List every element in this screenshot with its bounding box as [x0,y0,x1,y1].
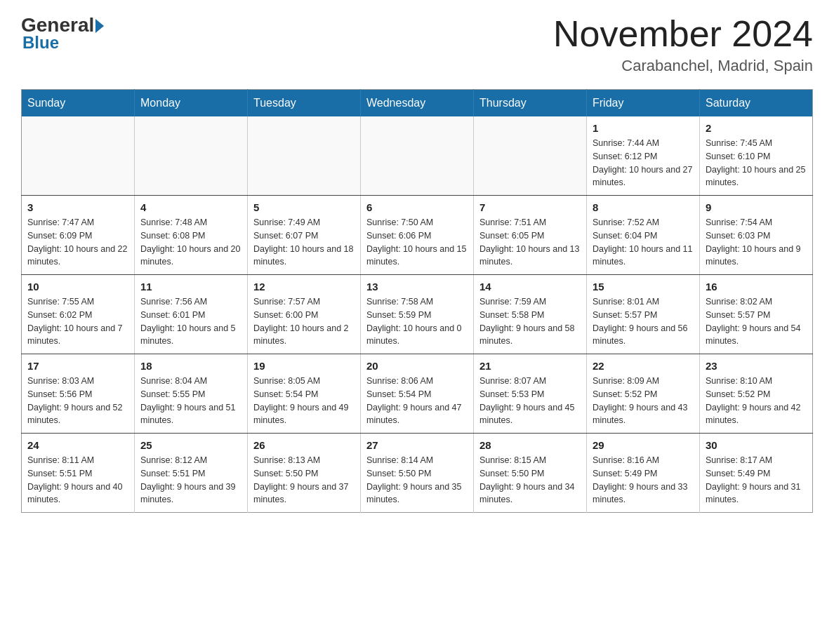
day-number: 12 [253,281,355,293]
day-info: Sunrise: 7:56 AMSunset: 6:01 PMDaylight:… [140,295,241,348]
weekday-header-row: SundayMondayTuesdayWednesdayThursdayFrid… [22,90,813,117]
calendar-day-cell: 5Sunrise: 7:49 AMSunset: 6:07 PMDaylight… [248,196,361,275]
calendar-week-row: 3Sunrise: 7:47 AMSunset: 6:09 PMDaylight… [22,196,813,275]
day-info: Sunrise: 7:57 AMSunset: 6:00 PMDaylight:… [253,295,355,348]
calendar-day-cell: 21Sunrise: 8:07 AMSunset: 5:53 PMDayligh… [474,354,587,434]
weekday-header-monday: Monday [135,90,248,117]
day-number: 11 [140,281,241,293]
calendar-day-cell [474,116,587,196]
day-number: 7 [479,201,581,213]
day-info: Sunrise: 8:03 AMSunset: 5:56 PMDaylight:… [27,375,128,427]
day-number: 17 [27,360,128,372]
title-section: November 2024 Carabanchel, Madrid, Spain [553,14,813,75]
day-info: Sunrise: 8:05 AMSunset: 5:54 PMDaylight:… [253,375,355,427]
day-number: 8 [593,201,694,213]
day-info: Sunrise: 7:55 AMSunset: 6:02 PMDaylight:… [27,295,128,348]
calendar-day-cell: 28Sunrise: 8:15 AMSunset: 5:50 PMDayligh… [474,434,587,513]
day-info: Sunrise: 7:50 AMSunset: 6:06 PMDaylight:… [366,216,468,269]
day-info: Sunrise: 8:04 AMSunset: 5:55 PMDaylight:… [140,375,241,427]
day-info: Sunrise: 8:13 AMSunset: 5:50 PMDaylight:… [253,454,355,507]
day-info: Sunrise: 8:09 AMSunset: 5:52 PMDaylight:… [593,375,694,427]
day-info: Sunrise: 8:10 AMSunset: 5:52 PMDaylight:… [706,375,807,427]
calendar-day-cell [22,116,135,196]
calendar-day-cell: 2Sunrise: 7:45 AMSunset: 6:10 PMDaylight… [700,116,813,196]
calendar-day-cell: 17Sunrise: 8:03 AMSunset: 5:56 PMDayligh… [22,354,135,434]
day-number: 25 [140,439,241,451]
logo-blue-text: Blue [22,33,59,53]
day-info: Sunrise: 7:58 AMSunset: 5:59 PMDaylight:… [366,295,468,348]
day-number: 22 [593,360,694,372]
calendar-day-cell: 30Sunrise: 8:17 AMSunset: 5:49 PMDayligh… [700,434,813,513]
day-number: 14 [479,281,581,293]
day-number: 10 [27,281,128,293]
day-info: Sunrise: 7:59 AMSunset: 5:58 PMDaylight:… [479,295,581,348]
logo: General Blue [21,14,104,53]
calendar-day-cell: 8Sunrise: 7:52 AMSunset: 6:04 PMDaylight… [587,196,700,275]
page-header: General Blue November 2024 Carabanchel, … [21,14,813,75]
calendar-day-cell: 12Sunrise: 7:57 AMSunset: 6:00 PMDayligh… [248,275,361,354]
calendar-day-cell: 10Sunrise: 7:55 AMSunset: 6:02 PMDayligh… [22,275,135,354]
day-info: Sunrise: 7:45 AMSunset: 6:10 PMDaylight:… [706,137,807,189]
day-info: Sunrise: 8:07 AMSunset: 5:53 PMDaylight:… [479,375,581,427]
weekday-header-thursday: Thursday [474,90,587,117]
calendar-day-cell: 1Sunrise: 7:44 AMSunset: 6:12 PMDaylight… [587,116,700,196]
day-number: 1 [593,122,694,134]
calendar-week-row: 24Sunrise: 8:11 AMSunset: 5:51 PMDayligh… [22,434,813,513]
weekday-header-tuesday: Tuesday [248,90,361,117]
day-number: 9 [706,201,807,213]
day-number: 6 [366,201,468,213]
day-number: 2 [706,122,807,134]
day-number: 24 [27,439,128,451]
calendar-day-cell: 14Sunrise: 7:59 AMSunset: 5:58 PMDayligh… [474,275,587,354]
calendar-day-cell: 7Sunrise: 7:51 AMSunset: 6:05 PMDaylight… [474,196,587,275]
day-info: Sunrise: 8:15 AMSunset: 5:50 PMDaylight:… [479,454,581,507]
month-year-title: November 2024 [553,14,813,54]
day-number: 3 [27,201,128,213]
weekday-header-wednesday: Wednesday [361,90,474,117]
calendar-day-cell: 20Sunrise: 8:06 AMSunset: 5:54 PMDayligh… [361,354,474,434]
day-number: 23 [706,360,807,372]
day-number: 16 [706,281,807,293]
day-number: 15 [593,281,694,293]
day-info: Sunrise: 8:12 AMSunset: 5:51 PMDaylight:… [140,454,241,507]
calendar-day-cell: 19Sunrise: 8:05 AMSunset: 5:54 PMDayligh… [248,354,361,434]
calendar-day-cell: 11Sunrise: 7:56 AMSunset: 6:01 PMDayligh… [135,275,248,354]
calendar-day-cell: 24Sunrise: 8:11 AMSunset: 5:51 PMDayligh… [22,434,135,513]
day-info: Sunrise: 8:17 AMSunset: 5:49 PMDaylight:… [706,454,807,507]
calendar-day-cell: 13Sunrise: 7:58 AMSunset: 5:59 PMDayligh… [361,275,474,354]
day-number: 28 [479,439,581,451]
calendar-day-cell: 16Sunrise: 8:02 AMSunset: 5:57 PMDayligh… [700,275,813,354]
day-info: Sunrise: 7:44 AMSunset: 6:12 PMDaylight:… [593,137,694,189]
day-number: 29 [593,439,694,451]
calendar-day-cell: 18Sunrise: 8:04 AMSunset: 5:55 PMDayligh… [135,354,248,434]
calendar-week-row: 17Sunrise: 8:03 AMSunset: 5:56 PMDayligh… [22,354,813,434]
day-number: 20 [366,360,468,372]
day-info: Sunrise: 8:11 AMSunset: 5:51 PMDaylight:… [27,454,128,507]
day-number: 21 [479,360,581,372]
weekday-header-friday: Friday [587,90,700,117]
calendar-day-cell: 25Sunrise: 8:12 AMSunset: 5:51 PMDayligh… [135,434,248,513]
day-number: 13 [366,281,468,293]
day-info: Sunrise: 8:14 AMSunset: 5:50 PMDaylight:… [366,454,468,507]
calendar-day-cell: 3Sunrise: 7:47 AMSunset: 6:09 PMDaylight… [22,196,135,275]
day-number: 30 [706,439,807,451]
day-number: 5 [253,201,355,213]
day-info: Sunrise: 7:47 AMSunset: 6:09 PMDaylight:… [27,216,128,269]
weekday-header-saturday: Saturday [700,90,813,117]
calendar-day-cell [361,116,474,196]
day-number: 18 [140,360,241,372]
day-number: 4 [140,201,241,213]
day-info: Sunrise: 7:54 AMSunset: 6:03 PMDaylight:… [706,216,807,269]
calendar-day-cell [135,116,248,196]
calendar-day-cell: 4Sunrise: 7:48 AMSunset: 6:08 PMDaylight… [135,196,248,275]
location-subtitle: Carabanchel, Madrid, Spain [553,57,813,75]
day-info: Sunrise: 7:52 AMSunset: 6:04 PMDaylight:… [593,216,694,269]
calendar-day-cell: 26Sunrise: 8:13 AMSunset: 5:50 PMDayligh… [248,434,361,513]
day-number: 19 [253,360,355,372]
day-number: 27 [366,439,468,451]
day-info: Sunrise: 8:16 AMSunset: 5:49 PMDaylight:… [593,454,694,507]
day-info: Sunrise: 8:02 AMSunset: 5:57 PMDaylight:… [706,295,807,348]
day-info: Sunrise: 7:48 AMSunset: 6:08 PMDaylight:… [140,216,241,269]
calendar-day-cell: 23Sunrise: 8:10 AMSunset: 5:52 PMDayligh… [700,354,813,434]
calendar-day-cell: 29Sunrise: 8:16 AMSunset: 5:49 PMDayligh… [587,434,700,513]
